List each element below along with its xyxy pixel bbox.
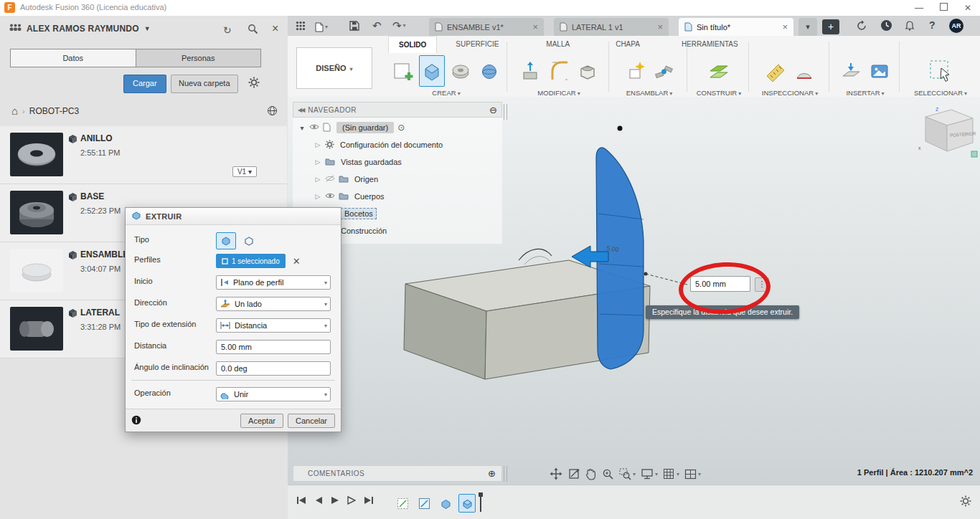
group-label-modificar[interactable]: MODIFICAR▾: [512, 89, 606, 97]
home-icon[interactable]: ⌂: [11, 105, 18, 117]
tab-herramientas[interactable]: HERRAMIENTAS: [672, 36, 748, 53]
account-menu[interactable]: ALEX RAMOS RAYMUNDO ▼: [9, 23, 151, 34]
shell-icon[interactable]: [575, 55, 600, 87]
expand-arrow-icon[interactable]: ▷: [314, 141, 321, 148]
minimize-button[interactable]: —: [907, 0, 931, 16]
activate-radio-icon[interactable]: ⊙: [397, 123, 405, 133]
timeline-playhead[interactable]: [480, 495, 481, 512]
select-tool-icon[interactable]: [928, 55, 953, 87]
new-component-icon[interactable]: [622, 55, 648, 87]
tab-personas[interactable]: Personas: [136, 49, 261, 67]
distance-field[interactable]: [216, 340, 331, 354]
tab-datos[interactable]: Datos: [11, 49, 136, 67]
visibility-eye-icon[interactable]: [325, 191, 335, 201]
version-dropdown[interactable]: V1 ▾: [232, 166, 257, 177]
upload-button[interactable]: Cargar: [123, 75, 166, 93]
panel-resize-grip[interactable]: [504, 104, 507, 120]
refresh-icon[interactable]: ↻: [223, 24, 232, 36]
pan-hand-icon[interactable]: [585, 467, 597, 480]
view-cube[interactable]: Z POSTERIOR x: [917, 104, 980, 161]
doc-tab-sin-titulo[interactable]: Sin título* ×: [679, 18, 793, 36]
insert-canvas-icon[interactable]: [867, 55, 892, 87]
step-forward-icon[interactable]: [347, 496, 356, 505]
section-analysis-icon[interactable]: [791, 55, 817, 87]
collapse-circle-icon[interactable]: ⊖: [489, 105, 497, 115]
close-tab-icon[interactable]: ×: [532, 22, 538, 32]
insert-decal-icon[interactable]: [838, 55, 864, 87]
timeline-active-extrude-icon[interactable]: [458, 494, 476, 513]
group-label-seleccionar[interactable]: SELECCIONAR▾: [903, 89, 978, 97]
extrude-tool-icon[interactable]: [419, 55, 445, 87]
taper-angle-field[interactable]: [216, 361, 331, 376]
undo-icon[interactable]: ↶: [372, 19, 382, 32]
panel-resize-grip[interactable]: [504, 466, 507, 482]
search-icon[interactable]: [248, 24, 258, 37]
expand-arrow-icon[interactable]: ▷: [314, 176, 321, 183]
dialog-header[interactable]: EXTRUIR: [126, 208, 341, 225]
doc-tab-ensamble[interactable]: ENSAMBLE v1* ×: [429, 18, 544, 36]
breadcrumb-project[interactable]: ROBOT-PC3: [29, 106, 79, 116]
create-sketch-icon[interactable]: [390, 55, 416, 87]
accept-button[interactable]: Aceptar: [240, 414, 283, 428]
tab-list-dropdown[interactable]: ▾: [798, 18, 817, 36]
collapse-browser-icon[interactable]: ◀◀: [298, 107, 303, 113]
timeline-sketch-feature-icon[interactable]: [415, 494, 433, 513]
tab-chapa[interactable]: CHAPA: [606, 36, 650, 53]
tree-root-row[interactable]: ▾ (Sin guardar) ⊙: [293, 119, 502, 136]
avatar[interactable]: AR: [949, 19, 963, 33]
notifications-bell-icon[interactable]: [905, 20, 915, 34]
list-item[interactable]: ANILLO 2:55:11 PM V1 ▾: [0, 126, 287, 184]
app-grid-icon[interactable]: [296, 21, 306, 34]
joint-icon[interactable]: [651, 55, 677, 87]
close-panel-icon[interactable]: ×: [272, 22, 278, 35]
clock-icon[interactable]: [880, 19, 892, 34]
skip-to-start-icon[interactable]: [296, 496, 306, 505]
visibility-eye-icon[interactable]: [309, 123, 319, 133]
press-pull-icon[interactable]: [517, 55, 543, 87]
data-settings-gear-icon[interactable]: [248, 77, 260, 90]
workspace-selector[interactable]: DISEÑO ▾: [296, 47, 372, 89]
tree-item-bodies[interactable]: ▷ Cuerpos: [293, 188, 502, 205]
comments-panel-header[interactable]: COMENTARIOS ⊕: [293, 465, 502, 482]
step-back-icon[interactable]: [314, 496, 323, 505]
group-label-crear[interactable]: CREAR▾: [387, 89, 505, 97]
redo-icon[interactable]: ↷▾: [392, 19, 406, 32]
tree-item-origin[interactable]: ▷ Origen: [293, 171, 502, 188]
file-menu-icon[interactable]: ▾: [315, 21, 328, 34]
operation-dropdown[interactable]: Unir ▾: [216, 387, 331, 401]
fit-icon[interactable]: [567, 467, 580, 480]
job-status-icon[interactable]: [856, 20, 867, 34]
start-dropdown[interactable]: Plano de perfil ▾: [216, 275, 331, 290]
group-label-inspeccionar[interactable]: INSPECCIONAR▾: [753, 89, 827, 97]
clear-selection-icon[interactable]: ✕: [293, 256, 301, 267]
add-comment-icon[interactable]: ⊕: [488, 469, 496, 478]
direction-dropdown[interactable]: Un lado ▾: [216, 297, 331, 311]
tree-item-named-views[interactable]: ▷ Vistas guardadas: [293, 153, 502, 171]
viewports-icon[interactable]: ▾: [684, 469, 701, 480]
tree-item-doc-settings[interactable]: ▷ Configuración del documento: [293, 136, 502, 153]
construction-plane-icon[interactable]: [706, 55, 732, 87]
zoom-window-icon[interactable]: ▾: [619, 468, 636, 480]
timeline-sketch-feature-icon[interactable]: [394, 494, 411, 513]
fillet-icon[interactable]: [546, 55, 572, 87]
help-icon[interactable]: ?: [929, 19, 936, 32]
profiles-selected-chip[interactable]: 1 seleccionado: [216, 254, 286, 268]
new-tab-button[interactable]: +: [822, 19, 839, 34]
new-folder-button[interactable]: Nueva carpeta: [171, 75, 238, 93]
type-extrude-thin-icon[interactable]: [239, 232, 259, 249]
skip-to-end-icon[interactable]: [364, 496, 374, 505]
revolve-tool-icon[interactable]: [448, 55, 473, 87]
pan-icon[interactable]: [550, 467, 562, 480]
browser-header[interactable]: ◀◀ NAVEGADOR ⊖: [293, 102, 502, 118]
globe-icon[interactable]: [267, 105, 278, 118]
expand-arrow-icon[interactable]: ▷: [314, 193, 321, 200]
close-tab-icon[interactable]: ×: [657, 22, 663, 32]
visibility-off-eye-icon[interactable]: [325, 174, 335, 184]
type-extrude-solid-icon[interactable]: [216, 232, 236, 249]
distance-input[interactable]: [690, 276, 750, 292]
doc-tab-lateral[interactable]: LATERAL 1 v1 ×: [554, 18, 669, 36]
measure-icon[interactable]: [763, 55, 788, 87]
root-document-label[interactable]: (Sin guardar): [336, 122, 394, 133]
viewport[interactable]: 5.00 Z POSTERIOR x ◀◀ NAVEGADOR ⊖: [288, 97, 980, 485]
timeline-extrude-feature-icon[interactable]: [437, 494, 454, 513]
